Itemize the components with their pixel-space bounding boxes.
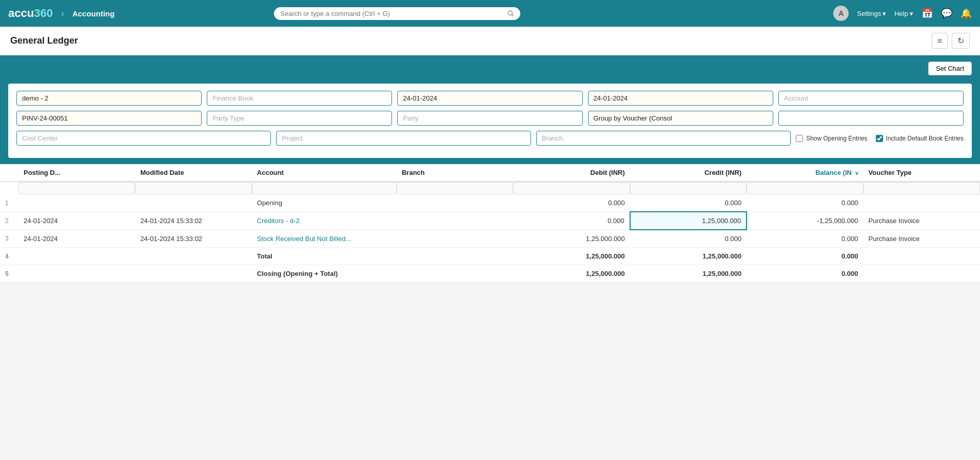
global-search-bar[interactable] [274,7,520,20]
cell-idx: 4 [0,248,18,265]
table-row: 324-01-202424-01-2024 15:33:02Stock Rece… [0,230,980,248]
th-balance[interactable]: Balance (IN ∨ [747,164,863,182]
voucher-input[interactable] [16,111,202,126]
set-chart-button[interactable]: Set Chart [928,62,972,75]
th-branch[interactable]: Branch [397,164,513,182]
cell-account[interactable]: Creditors - d-2 [252,212,397,230]
cell-posting-date [18,194,135,212]
group-by-input[interactable] [588,111,773,126]
cell-balance: -1,25,000.000 [747,212,863,230]
cell-posting-date [18,265,135,283]
filter-balance[interactable] [747,182,863,194]
party-input[interactable] [397,111,582,126]
filter-box: Show Opening Entries Include Default Boo… [8,84,972,158]
th-modified-date[interactable]: Modified Date [135,164,251,182]
company-input[interactable] [16,91,202,106]
th-debit[interactable]: Debit (INR) [513,164,630,182]
th-voucher-type[interactable]: Voucher Type [864,164,980,182]
filter-branch[interactable] [397,182,513,194]
cell-account[interactable]: Stock Received But Not Billed... [252,230,397,248]
table-filter-row [0,182,980,194]
calendar-icon[interactable]: 📅 [922,8,933,19]
to-date-input[interactable] [588,91,773,106]
table-row: 4Total1,25,000.0001,25,000.0000.000 [0,248,980,265]
table-row: 1Opening0.0000.0000.000 [0,194,980,212]
cell-modified-date [135,248,251,265]
cell-account: Opening [252,194,397,212]
notification-icon[interactable]: 🔔 [961,8,972,19]
project-input[interactable] [276,131,531,146]
cell-debit: 1,25,000.000 [513,230,630,248]
cell-idx: 1 [0,194,18,212]
top-navbar: accu360 › Accounting A Settings ▾ Help ▾… [0,0,980,27]
search-input[interactable] [280,10,503,17]
svg-line-1 [512,15,514,16]
th-idx [0,164,18,182]
cell-voucher-type [864,194,980,212]
cell-account: Closing (Opening + Total) [252,265,397,283]
filter-voucher-type[interactable] [864,182,980,194]
cell-posting-date [18,248,135,265]
logo-area[interactable]: accu360 [8,7,53,20]
cell-posting-date: 24-01-2024 [18,230,135,248]
filter-debit[interactable] [513,182,630,194]
search-icon [507,10,514,17]
show-opening-entries-label[interactable]: Show Opening Entries [796,135,867,142]
cell-branch [397,248,513,265]
filter-account[interactable] [252,182,397,194]
filter-modified-date[interactable] [135,182,251,194]
filter-row-2 [16,111,964,126]
checkbox-area: Show Opening Entries Include Default Boo… [796,135,964,142]
cell-modified-date: 24-01-2024 15:33:02 [135,230,251,248]
settings-menu[interactable]: Settings ▾ [857,10,886,17]
show-opening-entries-checkbox[interactable] [796,135,803,142]
cell-credit: 0.000 [630,230,747,248]
finance-book-input[interactable] [207,91,392,106]
table-row: 5Closing (Opening + Total)1,25,000.0001,… [0,265,980,283]
cell-voucher-type: Purchase Invoice [864,230,980,248]
branch-input[interactable] [536,131,791,146]
cost-center-input[interactable] [16,131,271,146]
party-type-input[interactable] [207,111,392,126]
avatar[interactable]: A [833,6,849,21]
include-default-book-checkbox[interactable] [876,135,883,142]
cell-posting-date: 24-01-2024 [18,212,135,230]
cell-credit: 1,25,000.000 [630,265,747,283]
cell-voucher-type [864,248,980,265]
extra-input[interactable] [778,111,964,126]
account-input[interactable] [778,91,964,106]
filter-row-1 [16,91,964,106]
cell-idx: 2 [0,212,18,230]
filter-section: Set Chart Show Opening Ent [0,55,980,164]
cell-voucher-type [864,265,980,283]
nav-separator: › [61,8,64,19]
table-body: 1Opening0.0000.0000.000224-01-202424-01-… [0,194,980,283]
page-header: General Ledger ≡ ↻ [0,27,980,55]
cell-debit: 1,25,000.000 [513,265,630,283]
cell-balance: 0.000 [747,265,863,283]
cell-balance: 0.000 [747,230,863,248]
table-header-row: Posting D... Modified Date Account Branc… [0,164,980,182]
th-credit[interactable]: Credit (INR) [630,164,747,182]
cell-idx: 3 [0,230,18,248]
cell-idx: 5 [0,265,18,283]
th-account[interactable]: Account [252,164,397,182]
cell-credit: 0.000 [630,194,747,212]
svg-point-0 [508,11,513,15]
cell-debit: 0.000 [513,212,630,230]
help-menu[interactable]: Help ▾ [894,10,913,17]
filter-posting-date[interactable] [18,182,135,194]
cell-branch [397,230,513,248]
include-default-book-label[interactable]: Include Default Book Entries [876,135,964,142]
chat-icon[interactable]: 💬 [941,8,952,19]
nav-right-area: A Settings ▾ Help ▾ 📅 💬 🔔 [833,6,972,21]
cell-credit: 1,25,000.000 [630,248,747,265]
menu-button[interactable]: ≡ [932,33,948,49]
refresh-button[interactable]: ↻ [952,33,970,49]
th-posting-date[interactable]: Posting D... [18,164,135,182]
from-date-input[interactable] [397,91,582,106]
filter-credit[interactable] [630,182,747,194]
table-row: 224-01-202424-01-2024 15:33:02Creditors … [0,212,980,230]
cell-branch [397,194,513,212]
app-module-name: Accounting [72,9,115,18]
